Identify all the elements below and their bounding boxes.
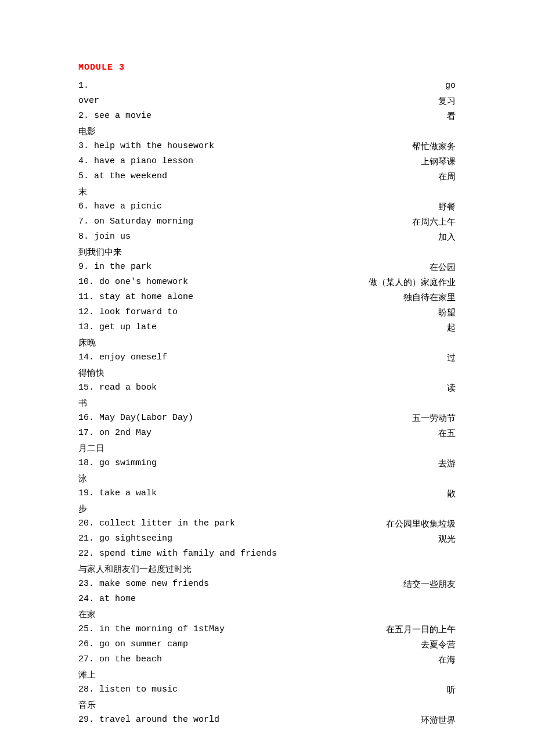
english-fragment: go [445, 78, 456, 93]
vocab-entry: 23. make some new friends结交一些朋友 [78, 577, 456, 592]
vocab-entry: 20. collect litter in the park在公园里收集垃圾 [78, 516, 456, 531]
vocab-entry: 5. at the weekend在周 [78, 169, 456, 184]
english-term: 17. on 2nd May [78, 426, 151, 441]
english-term: 7. on Saturday morning [78, 214, 193, 229]
english-fragment: over [78, 93, 99, 109]
chinese-translation: 加入 [438, 229, 456, 244]
english-term: 20. collect litter in the park [78, 516, 235, 531]
vocab-entry: 21. go sightseeing观光 [78, 531, 456, 546]
document-page: MODULE 3 1. goover复习2. see a movie看电影3. … [0, 0, 534, 756]
chinese-translation: 在公园里收集垃圾 [386, 516, 456, 531]
vocab-entry: 25. in the morning of 1stMay在五月一日的上午 [78, 622, 456, 637]
vocab-entry: 4. have a piano lesson上钢琴课 [78, 154, 456, 169]
english-term: 2. see a movie [78, 109, 151, 124]
vocab-entry: 6. have a picnic野餐 [78, 199, 456, 214]
chinese-translation: 在周六上午 [412, 214, 456, 229]
english-term: 23. make some new friends [78, 577, 209, 592]
chinese-translation: 散 [447, 486, 456, 501]
vocab-entry: 2. see a movie看 [78, 109, 456, 124]
vocabulary-list: 1. goover复习2. see a movie看电影3. help with… [78, 78, 456, 728]
english-term: 18. go swimming [78, 456, 157, 471]
english-term: 1. [78, 78, 94, 93]
english-term: 16. May Day(Labor Day) [78, 411, 193, 426]
chinese-translation: 在周 [438, 169, 456, 184]
english-term: 4. have a piano lesson [78, 154, 193, 169]
english-term: 26. go on summer camp [78, 637, 188, 652]
english-term: 25. in the morning of 1stMay [78, 622, 225, 637]
vocab-entry: 28. listen to music听 [78, 682, 456, 697]
english-term: 11. stay at home alone [78, 290, 193, 305]
chinese-translation: 看 [447, 109, 456, 124]
chinese-translation: 起 [447, 320, 456, 335]
chinese-continuation: 得愉快 [78, 365, 456, 380]
english-term: 14. enjoy oneself [78, 350, 167, 365]
english-term: 27. on the beach [78, 652, 162, 667]
english-term: 3. help with the housework [78, 139, 214, 154]
vocab-entry: 10. do one's homework做（某人的）家庭作业 [78, 275, 456, 290]
english-term: 5. at the weekend [78, 169, 167, 184]
english-term: 28. listen to music [78, 682, 178, 697]
english-term: 13. get up late [78, 320, 157, 335]
chinese-translation: 过 [447, 350, 456, 365]
chinese-continuation: 电影 [78, 124, 456, 139]
chinese-translation: 帮忙做家务 [412, 139, 456, 154]
english-term: 29. travel around the world [78, 712, 219, 728]
vocab-entry: 15. read a book读 [78, 380, 456, 395]
vocab-entry-continuation: over复习 [78, 93, 456, 109]
chinese-continuation: 滩上 [78, 667, 456, 682]
vocab-entry: 26. go on summer camp去夏令营 [78, 637, 456, 652]
chinese-translation: 在海 [438, 652, 456, 667]
vocab-entry: 3. help with the housework帮忙做家务 [78, 139, 456, 154]
chinese-translation: 在公园 [430, 260, 456, 275]
chinese-translation: 听 [447, 682, 456, 697]
vocab-entry: 17. on 2nd May在五 [78, 426, 456, 441]
english-term: 22. spend time with family and friends [78, 546, 277, 561]
chinese-translation: 盼望 [438, 305, 456, 320]
vocab-entry: 12. look forward to盼望 [78, 305, 456, 320]
english-term: 19. take a walk [78, 486, 157, 501]
english-term: 6. have a picnic [78, 199, 162, 214]
chinese-translation: 上钢琴课 [421, 154, 456, 169]
chinese-translation: 在五 [438, 426, 456, 441]
vocab-entry: 11. stay at home alone独自待在家里 [78, 290, 456, 305]
chinese-translation: 观光 [438, 531, 456, 546]
vocab-entry: 8. join us加入 [78, 229, 456, 244]
english-term: 24. at home [78, 592, 136, 607]
english-term: 12. look forward to [78, 305, 178, 320]
vocab-entry: 1. go [78, 78, 456, 93]
chinese-translation: 去游 [438, 456, 456, 471]
vocab-entry: 14. enjoy oneself过 [78, 350, 456, 365]
english-term: 9. in the park [78, 260, 151, 275]
chinese-translation: 去夏令营 [421, 637, 456, 652]
chinese-continuation: 泳 [78, 471, 456, 486]
chinese-continuation: 步 [78, 501, 456, 516]
english-term: 8. join us [78, 229, 131, 244]
chinese-continuation: 书 [78, 395, 456, 411]
chinese-translation: 野餐 [438, 199, 456, 214]
chinese-continuation: 音乐 [78, 697, 456, 712]
chinese-translation: 结交一些朋友 [403, 577, 456, 592]
chinese-continuation: 与家人和朋友们一起度过时光 [78, 561, 456, 577]
english-term: 21. go sightseeing [78, 531, 172, 546]
chinese-translation: 读 [447, 380, 456, 395]
chinese-continuation: 在家 [78, 607, 456, 622]
vocab-entry: 24. at home [78, 592, 456, 607]
english-term: 10. do one's homework [78, 275, 188, 290]
chinese-continuation: 月二日 [78, 441, 456, 456]
chinese-translation: 做（某人的）家庭作业 [369, 275, 456, 290]
chinese-continuation: 末 [78, 184, 456, 199]
vocab-entry: 22. spend time with family and friends [78, 546, 456, 561]
vocab-entry: 18. go swimming去游 [78, 456, 456, 471]
vocab-entry: 29. travel around the world环游世界 [78, 712, 456, 728]
english-term: 15. read a book [78, 380, 157, 395]
vocab-entry: 16. May Day(Labor Day)五一劳动节 [78, 411, 456, 426]
chinese-translation: 独自待在家里 [403, 290, 456, 305]
vocab-entry: 13. get up late起 [78, 320, 456, 335]
chinese-translation: 环游世界 [421, 712, 456, 728]
vocab-entry: 19. take a walk散 [78, 486, 456, 501]
module-title: MODULE 3 [78, 63, 456, 73]
vocab-entry: 9. in the park在公园 [78, 260, 456, 275]
chinese-translation: 五一劳动节 [412, 411, 456, 426]
vocab-entry: 7. on Saturday morning在周六上午 [78, 214, 456, 229]
chinese-translation: 复习 [438, 93, 456, 109]
